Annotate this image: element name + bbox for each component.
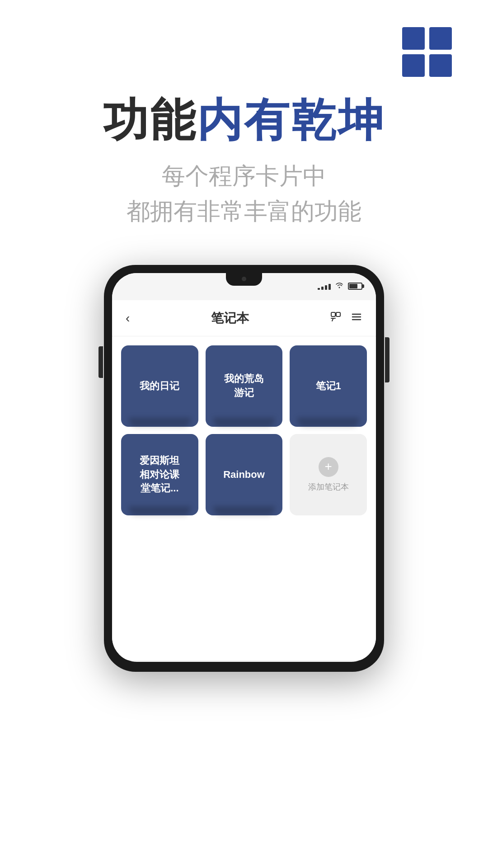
- phone-outer: ‹ 笔记本: [104, 265, 384, 672]
- notebook-label-1: 我的日记: [135, 375, 184, 398]
- headline-sub: 每个程序卡片中 都拥有非常丰富的功能: [27, 158, 461, 229]
- battery-fill: [349, 284, 357, 288]
- grid-cell-2: [429, 27, 452, 50]
- windows-grid-icon: [402, 27, 452, 77]
- signal-bar-3: [325, 285, 327, 290]
- action-icon-1[interactable]: [330, 311, 342, 326]
- notebook-label-5: Rainbow: [219, 463, 269, 486]
- status-bar: [304, 279, 376, 293]
- svg-rect-1: [336, 312, 340, 316]
- signal-bar-2: [321, 287, 324, 290]
- notebook-card-5[interactable]: Rainbow: [206, 434, 283, 515]
- wifi-icon: [335, 282, 343, 290]
- camera-dot: [242, 277, 246, 281]
- plus-icon: +: [324, 460, 332, 473]
- notebook-grid: 我的日记 我的荒岛游记 笔记1 爱因斯坦相对论课堂笔记... Rainbow: [112, 336, 376, 524]
- headline-sub-line2: 都拥有非常丰富的功能: [127, 198, 361, 224]
- grid-cell-1: [402, 27, 425, 50]
- signal-bars-icon: [318, 283, 331, 290]
- notebook-card-4[interactable]: 爱因斯坦相对论课堂笔记...: [121, 434, 198, 515]
- notebook-card-3[interactable]: 笔记1: [290, 345, 367, 427]
- notebook-card-1[interactable]: 我的日记: [121, 345, 198, 427]
- signal-bar-4: [328, 284, 331, 290]
- action-icon-2[interactable]: [351, 311, 362, 326]
- notebook-label-4: 爱因斯坦相对论课堂笔记...: [135, 449, 184, 500]
- app-bar: ‹ 笔记本: [112, 300, 376, 336]
- app-bar-actions: [330, 311, 362, 326]
- add-label: 添加笔记本: [308, 481, 349, 492]
- phone-bottom-area: [112, 524, 376, 660]
- headline-part1: 功能: [103, 94, 197, 145]
- phone-screen: ‹ 笔记本: [112, 273, 376, 662]
- notch: [226, 273, 262, 286]
- notebook-add-card[interactable]: + 添加笔记本: [290, 434, 367, 515]
- notebook-label-2: 我的荒岛游记: [220, 368, 268, 405]
- svg-rect-0: [331, 312, 335, 316]
- phone-wrapper: ‹ 笔记本: [90, 265, 398, 672]
- page: 功能内有乾坤 每个程序卡片中 都拥有非常丰富的功能: [0, 0, 488, 868]
- top-icon-area: [0, 0, 488, 77]
- notch-bar: [112, 273, 376, 300]
- headline-main: 功能内有乾坤: [27, 95, 461, 145]
- notebook-card-2[interactable]: 我的荒岛游记: [206, 345, 283, 427]
- battery-icon: [348, 283, 362, 290]
- headline-sub-line1: 每个程序卡片中: [162, 163, 326, 189]
- add-circle-icon: +: [319, 457, 338, 477]
- grid-cell-3: [402, 54, 425, 77]
- signal-bar-1: [318, 288, 320, 290]
- grid-cell-4: [429, 54, 452, 77]
- notebook-label-3: 笔记1: [311, 375, 346, 398]
- app-bar-title: 笔记本: [211, 310, 249, 327]
- headline-area: 功能内有乾坤 每个程序卡片中 都拥有非常丰富的功能: [0, 95, 488, 229]
- back-button[interactable]: ‹: [126, 311, 130, 326]
- headline-part2: 内有乾坤: [197, 94, 385, 145]
